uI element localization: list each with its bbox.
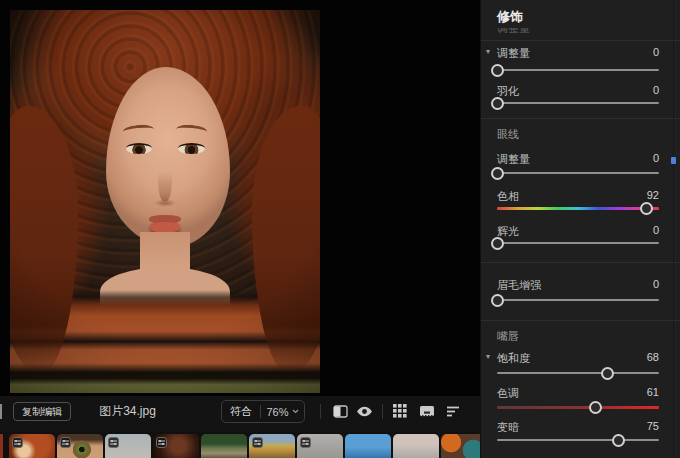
slider-value: 75 [647, 420, 659, 432]
slider-value: 61 [647, 386, 659, 398]
eyeliner-amount-row: 调整量 0 [497, 152, 659, 166]
panel-divider [481, 320, 680, 321]
mask-amount-row: ▾ 调整量 0 [497, 46, 659, 60]
thumbnail-eye-closeup[interactable] [57, 434, 103, 458]
slider-label: 眉毛增强 [497, 278, 541, 293]
retouch-panel: 修饰 调整量 ▾ 调整量 0 羽化 0 眼线 调整量 0 [480, 0, 680, 458]
scroll-indicator-blue[interactable] [671, 157, 676, 164]
slider-value: 68 [647, 351, 659, 363]
slider-label: 变暗 [497, 420, 519, 435]
slider-handle[interactable] [491, 294, 504, 307]
slider-handle[interactable] [589, 401, 602, 414]
eyeliner-hue-row: 色相 92 [497, 189, 659, 203]
clipped-scrolled-label: 调整量 [497, 28, 659, 38]
slider-value: 0 [653, 84, 659, 96]
slider-track[interactable] [497, 439, 659, 441]
lips-darken-slider[interactable] [497, 434, 659, 447]
copy-edits-label: 复制编辑 [22, 405, 62, 419]
toolbar-divider [382, 404, 383, 419]
lips-tone-row: 色调 61 [497, 386, 659, 400]
slider-value: 0 [653, 152, 659, 164]
slider-value: 0 [653, 278, 659, 290]
mask-amount-slider[interactable] [497, 64, 659, 77]
feather-row: 羽化 0 [497, 84, 659, 98]
hue-gradient-track[interactable] [497, 207, 659, 210]
slider-handle[interactable] [640, 202, 653, 215]
lips-section-header: 嘴唇 [497, 329, 519, 344]
thumbnail-red-haired-woman[interactable] [9, 434, 55, 458]
panel-divider [481, 40, 680, 41]
disclosure-triangle-icon[interactable]: ▾ [486, 47, 490, 56]
lips-saturation-slider[interactable] [497, 367, 659, 380]
zoom-level-value: 76% [266, 406, 288, 418]
photo-vignette [10, 10, 320, 393]
eye-icon[interactable] [354, 401, 374, 421]
grid-view-icon[interactable] [390, 401, 410, 421]
disclosure-triangle-icon[interactable]: ▾ [486, 352, 490, 361]
photo-portrait[interactable] [10, 10, 320, 393]
slider-track[interactable] [497, 299, 659, 301]
slideshow-icon[interactable] [417, 401, 437, 421]
thumbnail-group-outdoors[interactable] [201, 434, 247, 458]
slider-handle[interactable] [491, 167, 504, 180]
sort-icon[interactable] [443, 401, 463, 421]
thumbnail-hazy-landscape[interactable] [105, 434, 151, 458]
clipped-left-button[interactable] [0, 404, 2, 419]
slider-label: 调整量 [497, 152, 530, 167]
panel-title: 修饰 [497, 8, 523, 26]
edited-badge-icon [60, 437, 71, 448]
eyeliner-glow-slider[interactable] [497, 237, 659, 250]
eyeliner-amount-slider[interactable] [497, 167, 659, 180]
thumbnail-dark-portrait[interactable] [153, 434, 199, 458]
edited-badge-icon [108, 437, 119, 448]
red-gradient-track[interactable] [497, 406, 659, 409]
slider-label: 色调 [497, 386, 519, 401]
edited-badge-icon [252, 437, 263, 448]
eyeliner-glow-row: 辉光 0 [497, 224, 659, 238]
zoom-controls: 符合 76% [221, 400, 305, 423]
lips-tone-slider[interactable] [497, 401, 659, 414]
thumbnail-gray-fog[interactable] [297, 434, 343, 458]
copy-edits-button[interactable]: 复制编辑 [13, 402, 71, 421]
slider-track[interactable] [497, 242, 659, 244]
slider-value: 92 [647, 189, 659, 201]
slider-label: 调整量 [497, 46, 530, 61]
chevron-down-icon [292, 409, 299, 414]
panel-divider [481, 118, 680, 119]
thumbnail-pink-clouds[interactable] [393, 434, 439, 458]
slider-track[interactable] [497, 102, 659, 104]
slider-handle[interactable] [491, 237, 504, 250]
lips-saturation-row: ▾ 饱和度 68 [497, 351, 659, 365]
slider-handle[interactable] [491, 64, 504, 77]
slider-value: 0 [653, 224, 659, 236]
lips-darken-row: 变暗 75 [497, 420, 659, 434]
edited-badge-icon [12, 437, 23, 448]
slider-track[interactable] [497, 172, 659, 174]
edited-badge-icon [156, 437, 167, 448]
compare-split-icon[interactable] [330, 401, 350, 421]
filename-label: 图片34.jpg [70, 402, 185, 421]
thumbnail-blue-sky[interactable] [345, 434, 391, 458]
slider-handle[interactable] [612, 434, 625, 447]
slider-label: 饱和度 [497, 351, 530, 366]
eyebrow-enhance-slider[interactable] [497, 294, 659, 307]
slider-handle[interactable] [491, 97, 504, 110]
thumbnail-autumn-people[interactable] [249, 434, 295, 458]
zoom-level-dropdown[interactable]: 76% [261, 406, 304, 418]
panel-divider [481, 262, 680, 263]
feather-slider[interactable] [497, 97, 659, 110]
panel-scroll-track[interactable] [673, 0, 674, 458]
photo-editor-window: 复制编辑 图片34.jpg 符合 76% [0, 0, 680, 458]
eyeliner-hue-slider[interactable] [497, 202, 659, 215]
eyeliner-section-header: 眼线 [497, 127, 519, 142]
toolbar-divider [320, 404, 321, 419]
eyebrow-enhance-row: 眉毛增强 0 [497, 278, 659, 292]
slider-track[interactable] [497, 69, 659, 71]
filmstrip [0, 432, 480, 458]
edited-badge-icon [300, 437, 311, 448]
thumbnail-clipped-edge[interactable] [0, 434, 3, 458]
zoom-fit-button[interactable]: 符合 [222, 404, 260, 419]
slider-track[interactable] [497, 372, 659, 374]
editor-canvas [0, 0, 480, 396]
slider-handle[interactable] [601, 367, 614, 380]
